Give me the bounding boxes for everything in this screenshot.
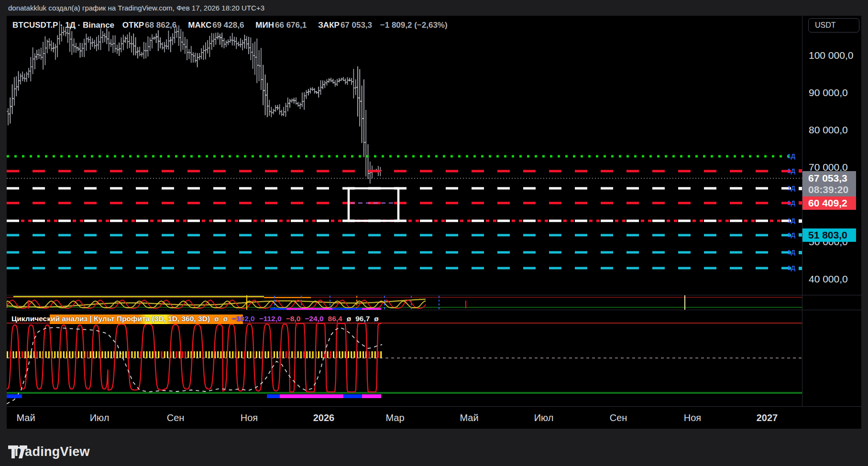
time-tick-label: Ноя <box>241 412 258 423</box>
level-axis-marker <box>799 187 802 190</box>
change-value: −1 809,2 (−2,63%) <box>380 21 448 30</box>
ohlc-field-label: ОТКР <box>122 21 144 30</box>
time-tick-label: Сен <box>610 412 627 423</box>
price-tick-label: 90 000,0 <box>809 87 848 98</box>
indicator-value: −112,0 <box>259 314 282 323</box>
time-tick-label: 2027 <box>757 412 778 423</box>
level-timeframe-tag: 1Д <box>769 152 795 160</box>
ohlc-field-value: 69 428,6 <box>212 21 244 30</box>
indicator-title[interactable]: Циклический анализ | Культ Профита (3D, … <box>11 314 210 323</box>
pane-separator[interactable] <box>7 295 861 295</box>
timeframe-label[interactable]: 1Д <box>65 21 76 30</box>
time-tick-label: 2026 <box>313 412 335 423</box>
level-timeframe-tag: 1Д <box>769 167 795 174</box>
pane-separator[interactable] <box>7 310 861 310</box>
indicator-value: ø <box>214 314 219 323</box>
price-pane[interactable] <box>7 16 802 295</box>
indicator-value: −24,0 <box>305 314 323 323</box>
indicator-values: øø−102,0−112,0−8,0−24,086,4ø96,7ø <box>214 314 383 323</box>
tradingview-screenshot: donatakkluk создал(а) график на TradingV… <box>0 0 868 466</box>
rectangle-drawing <box>349 188 398 221</box>
time-tick-label: Мар <box>385 412 404 423</box>
price-tick-label: 80 000,0 <box>809 124 848 136</box>
indicator-value: −102,0 <box>232 314 255 323</box>
current-price-value: 67 053,3 <box>808 173 856 184</box>
time-tick-label: Июл <box>534 412 554 423</box>
cycle-signal-strip <box>7 394 22 398</box>
level-timeframe-tag: 1Д <box>769 199 795 206</box>
ohlc-field-value: 68 862,6 <box>145 21 176 30</box>
current-price-label: 67 053,3 08:39:20 <box>802 171 856 197</box>
level-timeframe-tag: 1Д <box>769 249 795 256</box>
indicator-value: ø <box>374 314 378 323</box>
ohlc-field-value: 66 676,1 <box>275 21 307 30</box>
cycle-signal-strip <box>267 394 280 398</box>
level-axis-marker <box>799 219 802 223</box>
symbol-legend[interactable]: BTCUSDT.P · 1Д · Binance ОТКР68 862,6МАК… <box>12 21 453 30</box>
chart-area[interactable]: BTCUSDT.P · 1Д · Binance ОТКР68 862,6МАК… <box>7 16 861 429</box>
alert-price-label[interactable]: 51 803,0 <box>802 228 856 242</box>
indicator-value: ø <box>347 314 351 323</box>
cycle-signal-strip <box>343 394 362 398</box>
indicator-value: ø <box>223 314 227 323</box>
currency-toggle-button[interactable]: USDT <box>808 18 859 33</box>
level-axis-marker <box>799 233 802 237</box>
indicator-value: 96,7 <box>355 314 370 323</box>
time-tick-label: Май <box>460 412 478 423</box>
alert-price-label[interactable]: 60 409,2 <box>802 196 856 210</box>
price-tick-label: 100 000,0 <box>809 50 853 61</box>
cycle-signal-strip <box>280 394 343 398</box>
chart-attribution: donatakkluk создал(а) график на TradingV… <box>8 4 264 12</box>
time-axis[interactable]: МайИюлСенНоя2026МарМайИюлСенНоя2027 <box>7 407 861 429</box>
time-tick-label: Июл <box>90 412 110 423</box>
bar-countdown: 08:39:20 <box>808 184 856 195</box>
time-tick-label: Май <box>16 412 35 423</box>
exchange-label: Binance <box>83 21 114 30</box>
level-axis-marker <box>799 267 802 270</box>
tradingview-logo-icon[interactable] <box>8 445 27 458</box>
compressed-indicator-pane[interactable] <box>7 295 802 310</box>
ohlc-field-label: ЗАКР <box>318 21 340 30</box>
ohlc-field-label: МИН <box>255 21 274 30</box>
time-tick-label: Ноя <box>684 412 701 423</box>
level-timeframe-tag: 1Д <box>769 217 795 224</box>
indicator-legend[interactable]: Циклический анализ | Культ Профита (3D, … <box>11 314 387 325</box>
ohlc-bars <box>7 21 382 184</box>
level-axis-marker <box>799 251 802 254</box>
level-timeframe-tag: 1Д <box>769 264 795 271</box>
price-axis[interactable]: USDT 100 000,090 000,080 000,070 000,050… <box>802 16 861 429</box>
legend-dot: · <box>60 21 65 30</box>
level-axis-marker <box>799 169 802 173</box>
indicator-value: 86,4 <box>328 314 342 323</box>
time-tick-label: Сен <box>167 412 185 423</box>
symbol-name[interactable]: BTCUSDT.P <box>12 21 58 30</box>
ohlc-field-value: 67 053,3 <box>341 21 372 30</box>
ohlc-field-label: МАКС <box>188 21 211 30</box>
level-timeframe-tag: 1Д <box>769 231 795 238</box>
level-axis-marker <box>799 201 802 205</box>
tradingview-footer[interactable]: TradingView <box>8 444 90 459</box>
price-tick-label: 40 000,0 <box>809 273 848 285</box>
indicator-value: −8,0 <box>286 314 301 323</box>
ohlc-values: ОТКР68 862,6МАКС69 428,6МИН66 676,1ЗАКР6… <box>117 21 378 30</box>
level-timeframe-tag: 1Д <box>769 184 795 192</box>
cycle-signal-strip <box>362 394 381 398</box>
legend-dot: · <box>76 21 83 30</box>
